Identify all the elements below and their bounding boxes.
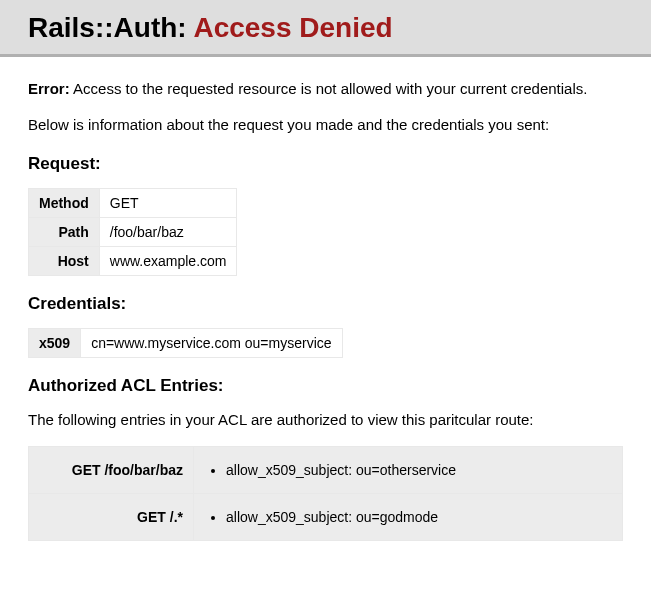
request-row-value: GET [99, 188, 237, 217]
credentials-row-label: x509 [29, 328, 81, 357]
intro-text: Below is information about the request y… [28, 115, 623, 135]
acl-rules-list: allow_x509_subject: ou=godmode [204, 508, 612, 526]
title-error: Access Denied [193, 12, 392, 43]
acl-rule: allow_x509_subject: ou=otherservice [226, 461, 612, 479]
table-row: GET /.*allow_x509_subject: ou=godmode [29, 493, 623, 540]
credentials-heading: Credentials: [28, 294, 623, 314]
request-table: MethodGETPath/foo/bar/bazHostwww.example… [28, 188, 237, 276]
acl-route: GET /.* [29, 493, 194, 540]
credentials-table: x509cn=www.myservice.com ou=myservice [28, 328, 343, 358]
error-label: Error: [28, 80, 70, 97]
page-header: Rails::Auth: Access Denied [0, 0, 651, 57]
acl-rule: allow_x509_subject: ou=godmode [226, 508, 612, 526]
credentials-row-value: cn=www.myservice.com ou=myservice [81, 328, 342, 357]
acl-route: GET /foo/bar/baz [29, 446, 194, 493]
table-row: Hostwww.example.com [29, 246, 237, 275]
request-row-label: Host [29, 246, 100, 275]
error-line: Error: Access to the requested resource … [28, 79, 623, 99]
page-title: Rails::Auth: Access Denied [28, 12, 623, 44]
table-row: Path/foo/bar/baz [29, 217, 237, 246]
acl-heading: Authorized ACL Entries: [28, 376, 623, 396]
request-row-value: www.example.com [99, 246, 237, 275]
acl-intro: The following entries in your ACL are au… [28, 410, 623, 430]
table-row: GET /foo/bar/bazallow_x509_subject: ou=o… [29, 446, 623, 493]
acl-rules-list: allow_x509_subject: ou=otherservice [204, 461, 612, 479]
table-row: x509cn=www.myservice.com ou=myservice [29, 328, 343, 357]
main-content: Error: Access to the requested resource … [0, 57, 651, 561]
request-heading: Request: [28, 154, 623, 174]
request-row-label: Path [29, 217, 100, 246]
title-prefix: Rails::Auth: [28, 12, 187, 43]
acl-table: GET /foo/bar/bazallow_x509_subject: ou=o… [28, 446, 623, 541]
request-row-value: /foo/bar/baz [99, 217, 237, 246]
error-message: Access to the requested resource is not … [73, 80, 587, 97]
acl-rules-cell: allow_x509_subject: ou=otherservice [194, 446, 623, 493]
table-row: MethodGET [29, 188, 237, 217]
acl-rules-cell: allow_x509_subject: ou=godmode [194, 493, 623, 540]
request-row-label: Method [29, 188, 100, 217]
